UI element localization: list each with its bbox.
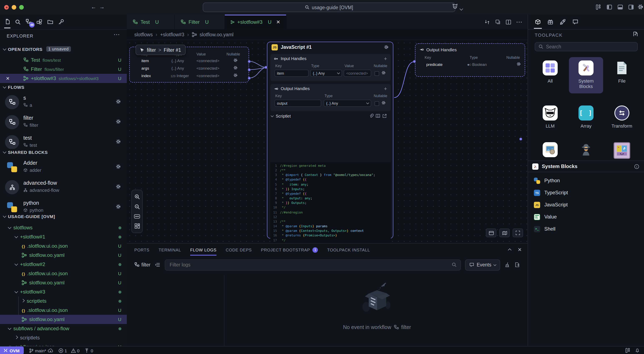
ovm-badge[interactable]: OVM: [0, 346, 24, 354]
open-editors-header[interactable]: OPEN EDITORS 1 unsaved: [3, 46, 71, 52]
code-editor[interactable]: 1//#region generated meta2/**3 * @import…: [270, 162, 391, 243]
folder-activity-icon[interactable]: [47, 19, 54, 25]
log-options-icon[interactable]: [154, 262, 160, 268]
tree-item-slotflow3[interactable]: +slotflow#3: [0, 287, 127, 296]
js-node-header[interactable]: JS JavaScript #1: [267, 42, 393, 52]
handle-gear-icon[interactable]: [381, 100, 386, 105]
breadcrumb-part[interactable]: slotflows: [134, 32, 153, 37]
open-editor-test[interactable]: Test flows/test U: [0, 56, 127, 65]
llm-selector[interactable]: [452, 3, 459, 10]
input-key-field[interactable]: [274, 70, 309, 77]
tree-item-scriptlets2[interactable]: scriptlets: [0, 333, 127, 342]
events-dropdown[interactable]: Events: [465, 259, 500, 270]
breadcrumb-part[interactable]: slotflow.oo.yaml: [200, 32, 233, 37]
output-handle-index[interactable]: [248, 77, 251, 80]
output-handle-args[interactable]: [248, 68, 251, 71]
close-editor-icon[interactable]: ✕: [6, 76, 10, 81]
gift-tab-icon[interactable]: [547, 19, 554, 25]
close-traffic-light[interactable]: [4, 5, 9, 10]
nullable-checkbox[interactable]: [374, 71, 379, 76]
layout-grid-icon[interactable]: [596, 4, 602, 10]
nullable-checkbox[interactable]: [374, 101, 379, 106]
toggle-left-panel-icon[interactable]: [606, 4, 612, 10]
row-gear-icon[interactable]: [233, 58, 238, 62]
toggle-bottom-panel-icon[interactable]: [617, 4, 623, 10]
git-branch-indicator[interactable]: main*: [29, 348, 54, 353]
block-value[interactable]: Value: [528, 212, 644, 222]
output-node-input-handle[interactable]: [413, 60, 416, 63]
tab-slotflow3-active[interactable]: +slotflow#3 U ✕: [225, 14, 286, 29]
auto-layout-icon[interactable]: [134, 223, 140, 229]
category-system-blocks[interactable]: System Blocks: [569, 57, 603, 94]
category-array[interactable]: [ ] Array: [569, 106, 603, 129]
tree-item-yaml3-selected[interactable]: slotflow.oo.yamlU: [0, 315, 127, 324]
tree-item-yaml2[interactable]: slotflow.oo.yamlU: [0, 278, 127, 287]
block-typescript[interactable]: TS TypeScript: [528, 187, 644, 198]
tree-item-json3[interactable]: { }.slotflow.ui.oo.jsonU: [0, 306, 127, 315]
shared-blocks-header[interactable]: SHARED BLOCKS: [3, 150, 48, 155]
row-gear-icon[interactable]: [516, 62, 521, 66]
flow-item-test[interactable]: test test: [0, 134, 127, 149]
tab-ports[interactable]: PORTS: [134, 244, 150, 256]
flow-canvas[interactable]: Key Type Value Nullable item {..} Any <c…: [127, 40, 528, 243]
ports-indicator[interactable]: 0: [84, 348, 93, 353]
search-activity-icon[interactable]: [15, 19, 21, 25]
output-type-select[interactable]: {..} Any: [324, 100, 371, 107]
output-handle-item[interactable]: [248, 60, 251, 63]
block-gear-icon[interactable]: [116, 164, 121, 169]
tree-item-json1[interactable]: { }.slotflow.ui.oo.jsonU: [0, 242, 127, 250]
row-gear-icon[interactable]: [233, 73, 238, 78]
shared-item-adder[interactable]: Adder adder: [0, 159, 127, 177]
flow-filter-chip[interactable]: filter: [134, 262, 150, 267]
maximize-traffic-light[interactable]: [19, 5, 24, 10]
tree-item-scriptlets[interactable]: scriptlets: [0, 296, 127, 306]
shared-item-python[interactable]: python python: [0, 199, 127, 213]
category-llm[interactable]: LLM: [533, 106, 567, 129]
tree-item-slotflow1[interactable]: +slotflow#1: [0, 232, 127, 242]
panel-close-icon[interactable]: ✕: [518, 247, 522, 253]
tab-test[interactable]: Test U: [127, 14, 175, 29]
tab-code-deps[interactable]: CODE DEPS: [226, 244, 252, 256]
docs-icon[interactable]: [376, 114, 380, 118]
category-images[interactable]: [533, 142, 567, 157]
compare-icon[interactable]: [484, 19, 490, 25]
panel-collapse-icon[interactable]: [508, 247, 511, 253]
block-gear-icon[interactable]: [116, 184, 121, 189]
category-spy[interactable]: [569, 142, 603, 157]
toggle-right-panel-icon[interactable]: [628, 4, 634, 10]
js-output-handle[interactable]: [519, 138, 522, 140]
explorer-more-icon[interactable]: ···: [114, 32, 120, 38]
attach-icon[interactable]: [369, 114, 374, 118]
zoom-in-icon[interactable]: [134, 194, 140, 200]
nav-back-icon[interactable]: ←: [91, 4, 96, 10]
shared-item-advanced-flow[interactable]: advanced-flow advanced-flow: [0, 179, 127, 197]
zoom-out-icon[interactable]: [134, 204, 140, 210]
workspace-header[interactable]: USAGE-GUIDE [OVM]: [3, 214, 55, 219]
flow-item-filter[interactable]: filter filter: [0, 114, 127, 132]
clear-logs-icon[interactable]: [504, 262, 510, 268]
output-key-field[interactable]: [274, 100, 321, 107]
flow-gear-icon[interactable]: [116, 99, 121, 104]
problems-indicator[interactable]: 1 0: [58, 348, 80, 353]
breadcrumb-part[interactable]: +slotflow#3: [160, 32, 184, 37]
input-value-field[interactable]: [344, 70, 371, 77]
chat-tab-icon[interactable]: [572, 19, 578, 25]
export-logs-icon[interactable]: [514, 262, 520, 268]
tab-filter[interactable]: Filter U: [175, 14, 225, 29]
flow-gear-icon[interactable]: [116, 139, 121, 144]
add-output-handle-icon[interactable]: +: [384, 86, 387, 92]
tree-item-slotflows[interactable]: slotflows: [0, 223, 127, 232]
flow-gear-icon[interactable]: [116, 119, 121, 124]
tree-item-subflows[interactable]: subflows / advanced-flow: [0, 324, 127, 333]
console-view-icon[interactable]: [486, 228, 496, 237]
fullscreen-icon[interactable]: [512, 228, 523, 237]
toolpack-search[interactable]: Search: [535, 42, 638, 51]
log-search-box[interactable]: [164, 259, 461, 270]
flow-output-node[interactable]: Output Handles Key Type Nullable predica…: [415, 43, 525, 77]
block-javascript[interactable]: JS JavaScript: [528, 199, 644, 210]
flow-item-s[interactable]: s a: [0, 94, 127, 112]
js-input-handle[interactable]: [264, 66, 267, 69]
row-gear-icon[interactable]: [233, 66, 238, 70]
workspace-search-bar[interactable]: usage-guide [OVM]: [203, 2, 456, 12]
block-python[interactable]: Python: [528, 175, 644, 186]
